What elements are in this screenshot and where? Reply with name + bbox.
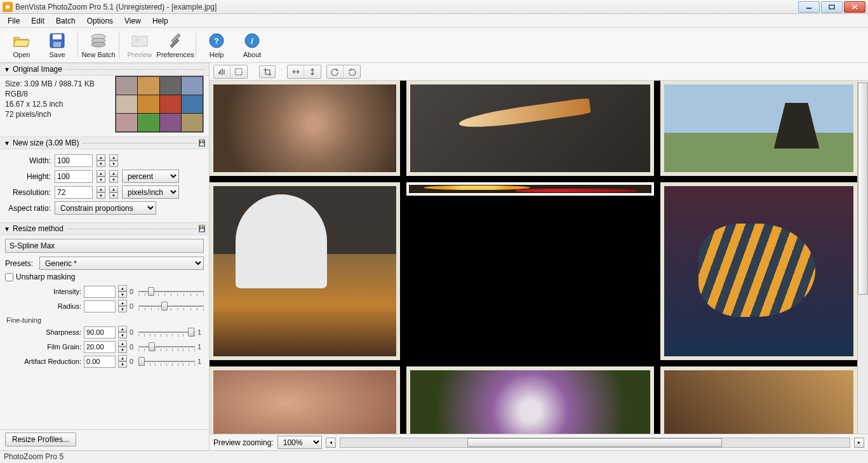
menu-help[interactable]: Help bbox=[147, 15, 173, 27]
original-image-header[interactable]: ▼ Original Image bbox=[0, 63, 209, 76]
image-tile bbox=[660, 81, 857, 176]
preview-footer: Preview zooming: 100% ◂ ▸ bbox=[210, 434, 868, 450]
image-tile bbox=[660, 182, 857, 360]
preview-icon bbox=[131, 32, 149, 50]
sharpness-slider[interactable] bbox=[138, 327, 195, 337]
width-input[interactable] bbox=[55, 154, 93, 167]
res-unit-select[interactable]: pixels/inch bbox=[122, 185, 179, 199]
artifact-slider[interactable] bbox=[138, 356, 195, 366]
crop-tool[interactable] bbox=[259, 65, 276, 78]
save-button[interactable]: Save bbox=[39, 29, 75, 61]
open-button[interactable]: Open bbox=[4, 29, 39, 61]
presets-label: Presets: bbox=[5, 259, 36, 268]
intensity-spinner[interactable]: ▲▼ bbox=[118, 285, 127, 298]
sharpness-spinner[interactable]: ▲▼ bbox=[118, 326, 127, 339]
pan-tool[interactable] bbox=[214, 65, 230, 78]
radius-label: Radius: bbox=[5, 302, 81, 310]
resolution-input[interactable] bbox=[55, 186, 93, 199]
preferences-button[interactable]: Preferences bbox=[157, 29, 193, 61]
minimize-button[interactable] bbox=[798, 1, 820, 13]
scroll-right-button[interactable]: ▸ bbox=[854, 438, 864, 448]
res-spinner-2[interactable]: ▲▼ bbox=[109, 186, 118, 199]
resize-method-header[interactable]: ▼ Resize method 💾 bbox=[0, 222, 209, 235]
about-button[interactable]: i About bbox=[234, 29, 270, 61]
size-unit-select[interactable]: percent bbox=[122, 170, 179, 183]
toolbar-separator bbox=[119, 32, 119, 58]
menu-edit[interactable]: Edit bbox=[26, 15, 50, 27]
width-spinner[interactable]: ▲▼ bbox=[97, 154, 105, 167]
rotate-cw-tool[interactable] bbox=[344, 65, 360, 78]
image-tile bbox=[660, 366, 857, 434]
intensity-input[interactable] bbox=[84, 286, 116, 298]
vertical-scrollbar[interactable] bbox=[857, 81, 868, 434]
height-label: Height: bbox=[5, 172, 51, 181]
rotate-ccw-tool[interactable] bbox=[327, 65, 344, 78]
menu-file[interactable]: File bbox=[3, 15, 25, 27]
original-thumbnail[interactable] bbox=[115, 76, 204, 133]
tools-icon bbox=[166, 32, 184, 50]
preview-image[interactable] bbox=[210, 81, 857, 434]
height-input[interactable] bbox=[55, 170, 93, 183]
menu-options[interactable]: Options bbox=[82, 15, 118, 27]
image-tile bbox=[210, 182, 400, 360]
svg-rect-5 bbox=[53, 42, 61, 47]
svg-point-10 bbox=[135, 38, 139, 42]
zoom-select[interactable]: 100% bbox=[277, 436, 322, 449]
menu-view[interactable]: View bbox=[119, 15, 146, 27]
resize-method-select[interactable]: S-Spline Max bbox=[5, 239, 204, 253]
image-tile-selected bbox=[406, 182, 654, 196]
batch-icon bbox=[90, 32, 107, 50]
close-button[interactable] bbox=[844, 1, 865, 13]
height-spinner[interactable]: ▲▼ bbox=[97, 170, 105, 183]
info-icon: i bbox=[243, 32, 261, 50]
sharpness-input[interactable] bbox=[84, 326, 116, 339]
artifact-spinner[interactable]: ▲▼ bbox=[118, 355, 127, 368]
svg-rect-15 bbox=[236, 69, 242, 75]
svg-point-8 bbox=[91, 42, 105, 47]
svg-point-0 bbox=[6, 5, 10, 9]
grain-spinner[interactable]: ▲▼ bbox=[118, 340, 127, 353]
unsharp-checkbox[interactable] bbox=[5, 273, 13, 281]
section-save-icon[interactable]: 💾 bbox=[199, 225, 205, 232]
sidebar: ▼ Original Image Size: 3.09 MB / 988.71 … bbox=[0, 63, 209, 450]
scroll-left-button[interactable]: ◂ bbox=[326, 438, 336, 448]
radius-spinner[interactable]: ▲▼ bbox=[118, 300, 127, 312]
radius-input[interactable] bbox=[84, 300, 116, 312]
maximize-button[interactable] bbox=[821, 1, 843, 13]
statusbar: PhotoZoom Pro 5 bbox=[0, 450, 868, 463]
resize-profiles-button[interactable]: Resize Profiles... bbox=[5, 433, 76, 446]
svg-rect-2 bbox=[829, 5, 834, 9]
unsharp-label: Unsharp masking bbox=[16, 272, 75, 281]
svg-rect-9 bbox=[132, 36, 147, 46]
aspect-select[interactable]: Constrain proportions bbox=[55, 201, 156, 215]
toolbar-separator bbox=[77, 32, 78, 58]
section-save-icon[interactable]: 💾 bbox=[199, 139, 205, 147]
height-spinner-2[interactable]: ▲▼ bbox=[109, 170, 118, 183]
grain-label: Film Grain: bbox=[5, 343, 81, 351]
res-spinner[interactable]: ▲▼ bbox=[97, 186, 105, 199]
radius-slider[interactable] bbox=[138, 301, 204, 311]
flip-v-tool[interactable] bbox=[304, 65, 321, 78]
image-tile bbox=[210, 366, 400, 434]
select-tool[interactable] bbox=[230, 65, 247, 78]
width-spinner-2[interactable]: ▲▼ bbox=[109, 154, 118, 167]
window-title: BenVista PhotoZoom Pro 5.1 (Unregistered… bbox=[15, 3, 797, 11]
collapse-icon: ▼ bbox=[4, 66, 10, 73]
new-size-header[interactable]: ▼ New size (3.09 MB) 💾 bbox=[0, 137, 209, 149]
flip-h-tool[interactable] bbox=[288, 65, 304, 78]
help-button[interactable]: ? Help bbox=[199, 29, 234, 61]
width-label: Width: bbox=[5, 156, 51, 165]
image-tile bbox=[406, 81, 654, 176]
new-batch-button[interactable]: New Batch bbox=[81, 29, 116, 61]
menu-batch[interactable]: Batch bbox=[51, 15, 81, 27]
preview-button[interactable]: Preview bbox=[122, 29, 157, 61]
horizontal-scrollbar[interactable] bbox=[340, 438, 850, 448]
main-area: Preview zooming: 100% ◂ ▸ bbox=[209, 63, 868, 450]
intensity-slider[interactable] bbox=[138, 286, 204, 297]
presets-select[interactable]: Generic * bbox=[39, 257, 204, 270]
collapse-icon: ▼ bbox=[4, 225, 10, 232]
artifact-input[interactable] bbox=[84, 356, 116, 368]
titlebar: BenVista PhotoZoom Pro 5.1 (Unregistered… bbox=[0, 0, 868, 14]
grain-slider[interactable] bbox=[138, 342, 195, 352]
grain-input[interactable] bbox=[84, 341, 116, 353]
